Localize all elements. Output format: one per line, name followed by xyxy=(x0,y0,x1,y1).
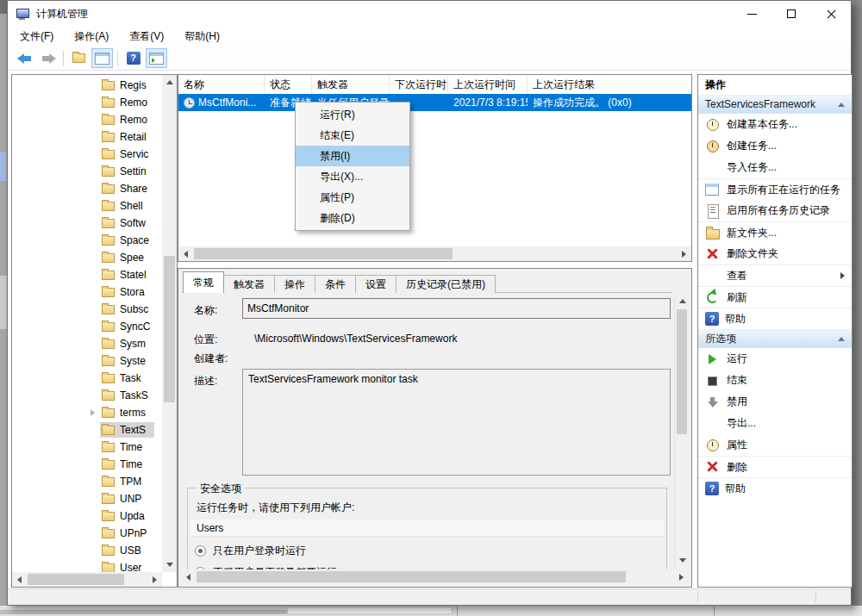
tree-item[interactable]: UPnP xyxy=(12,525,162,542)
expand-chevron-icon[interactable] xyxy=(88,408,100,417)
tree-item[interactable]: TaskS xyxy=(12,387,162,404)
tab[interactable]: 设置 xyxy=(355,275,397,293)
tree-item[interactable]: TextS xyxy=(12,421,162,439)
task-row[interactable]: MsCtfMoni... 准备就绪 当任何用户登录时 2021/7/3 8:19… xyxy=(178,94,691,111)
radio-run-logged-on[interactable]: 只在用户登录时运行 xyxy=(195,542,663,559)
tree-item[interactable]: TPM xyxy=(12,473,162,490)
back-button[interactable] xyxy=(14,48,35,68)
radio-run-always[interactable]: 不管用户是否登录都要运行 xyxy=(195,563,663,569)
forward-button[interactable] xyxy=(37,48,59,68)
tree-item[interactable]: Remo xyxy=(12,94,162,111)
details-horizontal-scrollbar[interactable] xyxy=(181,569,689,584)
show-console-tree-button[interactable] xyxy=(91,48,113,68)
help-button[interactable]: ? xyxy=(122,48,144,68)
tree-item[interactable]: USB xyxy=(12,542,162,559)
tab[interactable]: 触发器 xyxy=(223,275,275,293)
task-name-field[interactable]: MsCtfMonitor xyxy=(242,298,671,319)
tree-item[interactable]: User xyxy=(12,559,162,572)
scroll-right-icon[interactable] xyxy=(677,246,691,261)
action-item[interactable]: ? 帮助 xyxy=(698,308,852,329)
tree-item[interactable]: Remo xyxy=(12,111,162,128)
task-list-horizontal-scrollbar[interactable] xyxy=(178,246,691,261)
column-header[interactable]: 上次运行时间 xyxy=(448,75,528,94)
column-header[interactable]: 状态 xyxy=(265,75,312,94)
tab[interactable]: 历史记录(已禁用) xyxy=(396,275,496,293)
action-item[interactable]: 属性 xyxy=(698,434,852,456)
scroll-down-icon[interactable] xyxy=(162,557,177,572)
show-action-pane-button[interactable] xyxy=(146,48,167,68)
action-item[interactable]: 导出... xyxy=(698,413,852,434)
tree-horizontal-scrollbar[interactable] xyxy=(12,572,162,587)
column-header[interactable]: 名称 xyxy=(178,75,265,94)
minimize-button[interactable] xyxy=(732,1,771,27)
tree-item[interactable]: Syste xyxy=(12,352,162,370)
action-item[interactable]: 显示所有正在运行的任务 xyxy=(698,178,852,200)
tab[interactable]: 常规 xyxy=(183,271,224,293)
tree-item[interactable]: SyncC xyxy=(12,318,162,335)
action-item[interactable]: 结束 xyxy=(698,370,852,391)
menu-item[interactable]: 操作(A) xyxy=(71,28,112,46)
tree-item[interactable]: Statel xyxy=(12,266,162,283)
scroll-up-icon[interactable] xyxy=(675,294,690,308)
tree-item[interactable]: Retail xyxy=(12,128,162,146)
scroll-thumb[interactable] xyxy=(164,256,175,402)
tree-item[interactable]: Sysm xyxy=(12,335,162,352)
context-menu-item[interactable]: 删除(D) xyxy=(296,208,409,228)
action-item[interactable]: 运行 xyxy=(698,348,852,370)
tree-item[interactable]: Spee xyxy=(12,249,162,266)
context-menu-item[interactable]: 结束(E) xyxy=(296,125,409,146)
tree-vertical-scrollbar[interactable] xyxy=(162,75,177,572)
menu-item[interactable]: 帮助(H) xyxy=(181,28,223,46)
scroll-thumb[interactable] xyxy=(194,248,453,259)
actions-group-selected-item[interactable]: 所选项 xyxy=(698,329,852,348)
scroll-down-icon[interactable] xyxy=(675,553,690,568)
close-button[interactable] xyxy=(811,1,851,27)
tree-item[interactable]: Shell xyxy=(12,197,162,215)
context-menu-item[interactable]: 禁用(I) xyxy=(296,146,409,166)
actions-group-textservicesframework[interactable]: TextServicesFramework xyxy=(698,95,852,114)
column-header[interactable]: 下次运行时间 xyxy=(390,75,448,94)
tree-item[interactable]: Settin xyxy=(12,163,162,180)
tab[interactable]: 条件 xyxy=(315,275,356,293)
column-header[interactable]: 上次运行结果 xyxy=(528,75,691,94)
tree-item[interactable]: Softw xyxy=(12,215,162,232)
column-header[interactable]: 触发器 xyxy=(312,75,390,94)
scroll-up-icon[interactable] xyxy=(162,75,177,90)
context-menu-item[interactable]: 运行(R) xyxy=(296,104,409,125)
maximize-button[interactable] xyxy=(771,1,811,27)
tree-item[interactable]: Subsc xyxy=(12,301,162,318)
details-vertical-scrollbar[interactable] xyxy=(674,294,689,568)
scroll-thumb[interactable] xyxy=(28,574,124,585)
tree-item[interactable]: Regis xyxy=(12,77,162,94)
tree-item[interactable]: UNP xyxy=(12,490,162,507)
collapse-chevron-icon[interactable] xyxy=(838,337,845,341)
action-item[interactable]: 创建任务... xyxy=(698,135,852,157)
action-item[interactable]: 启用所有任务历史记录 xyxy=(698,200,852,221)
scroll-right-icon[interactable] xyxy=(147,572,162,587)
tree-item[interactable]: Time xyxy=(12,439,162,456)
action-item[interactable]: 导入任务... xyxy=(698,157,852,178)
action-item[interactable]: 创建基本任务... xyxy=(698,114,852,135)
tree-item[interactable]: Time xyxy=(12,456,162,473)
tree-item[interactable]: Servic xyxy=(12,146,162,163)
scroll-left-icon[interactable] xyxy=(12,572,27,587)
context-menu-item[interactable]: 导出(X)... xyxy=(296,166,409,187)
task-description-field[interactable]: TextServicesFramework monitor task xyxy=(242,369,671,476)
action-item[interactable]: 禁用 xyxy=(698,391,852,413)
menu-item[interactable]: 文件(F) xyxy=(16,28,57,46)
scroll-left-icon[interactable] xyxy=(181,569,196,584)
action-item[interactable]: 删除文件夹 xyxy=(698,243,852,264)
action-item[interactable]: 查看 xyxy=(698,264,852,286)
action-item[interactable]: 删除 xyxy=(698,456,852,477)
action-item[interactable]: 新文件夹... xyxy=(698,221,852,243)
scroll-right-icon[interactable] xyxy=(674,569,689,584)
tab[interactable]: 操作 xyxy=(274,275,315,293)
collapse-chevron-icon[interactable] xyxy=(838,103,845,107)
export-list-button[interactable] xyxy=(68,48,90,68)
action-item[interactable]: 刷新 xyxy=(698,286,852,308)
scroll-thumb[interactable] xyxy=(677,309,687,434)
action-item[interactable]: ? 帮助 xyxy=(698,477,852,499)
tree-item[interactable]: Share xyxy=(12,180,162,197)
tree-item[interactable]: Upda xyxy=(12,507,162,525)
tree-item[interactable]: Task xyxy=(12,370,162,387)
